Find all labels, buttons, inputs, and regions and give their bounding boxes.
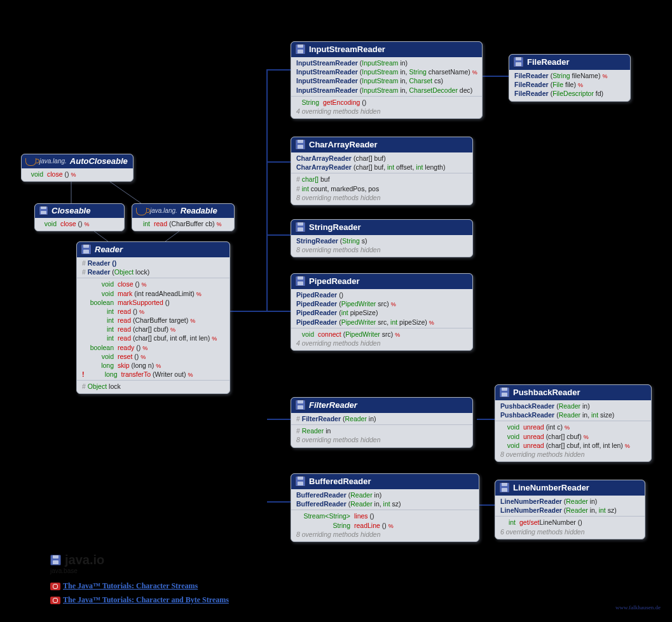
class-pushbackreader: PushbackReader PushbackReader (Reader in… (495, 384, 652, 462)
class-header[interactable]: PipedReader (291, 274, 472, 289)
class-header[interactable]: StringReader (291, 220, 472, 235)
disk-icon (295, 222, 306, 233)
disk-icon (295, 139, 306, 150)
class-header[interactable]: CharArrayReader (291, 137, 472, 152)
class-header[interactable]: LineNumberReader (495, 480, 645, 496)
oracle-icon (50, 583, 60, 590)
disk-icon (295, 276, 306, 287)
class-header[interactable]: java.lang.Readable (132, 204, 234, 218)
class-header[interactable]: BufferedReader (291, 474, 479, 489)
disk-icon (295, 400, 306, 410)
class-header[interactable]: FileReader (509, 55, 630, 70)
tutorial-link-1[interactable]: The Java™ Tutorials: Character Streams (50, 581, 198, 591)
disk-icon (499, 387, 510, 398)
class-header[interactable]: Reader (77, 242, 230, 257)
class-reader: Reader # Reader () # Reader (Object lock… (76, 241, 230, 394)
watermark: www.falkhausen.de (615, 604, 661, 611)
class-filterreader: FilterReader # FilterReader (Reader in) … (291, 397, 473, 448)
class-closeable: Closeable voidclose ()% (34, 203, 125, 231)
package-label: java.io java.base (50, 553, 104, 574)
class-autocloseable: java.lang.AutoCloseable voidclose ()% (21, 154, 134, 182)
disk-icon (513, 57, 524, 67)
cup-icon (25, 158, 36, 166)
tutorial-link-2[interactable]: The Java™ Tutorials: Character and Byte … (50, 595, 229, 605)
disk-icon (50, 555, 61, 565)
class-filereader: FileReader FileReader (String fileName)%… (509, 54, 631, 102)
class-chararrayreader: CharArrayReader CharArrayReader (char[] … (291, 137, 473, 205)
class-header[interactable]: InputStreamReader (291, 42, 482, 57)
disk-icon (499, 482, 510, 493)
class-pipedreader: PipedReader PipedReader ()PipedReader (P… (291, 273, 473, 351)
class-stringreader: StringReader StringReader (String s) 8 o… (291, 219, 473, 257)
class-header[interactable]: java.lang.AutoCloseable (22, 154, 133, 168)
class-header[interactable]: Closeable (35, 204, 124, 218)
oracle-icon (50, 597, 60, 604)
class-inputstreamreader: InputStreamReader InputStreamReader (Inp… (291, 41, 483, 119)
class-header[interactable]: PushbackReader (495, 385, 651, 400)
class-linenumberreader: LineNumberReader LineNumberReader (Reade… (495, 480, 645, 539)
cup-icon (136, 208, 147, 215)
disk-icon (295, 476, 306, 487)
disk-icon (39, 206, 48, 215)
disk-icon (295, 44, 306, 55)
class-readable: java.lang.Readable intread (CharBuffer c… (132, 203, 235, 231)
class-bufferedreader: BufferedReader BufferedReader (Reader in… (291, 473, 479, 542)
class-header[interactable]: FilterReader (291, 398, 472, 413)
disk-icon (81, 244, 92, 255)
